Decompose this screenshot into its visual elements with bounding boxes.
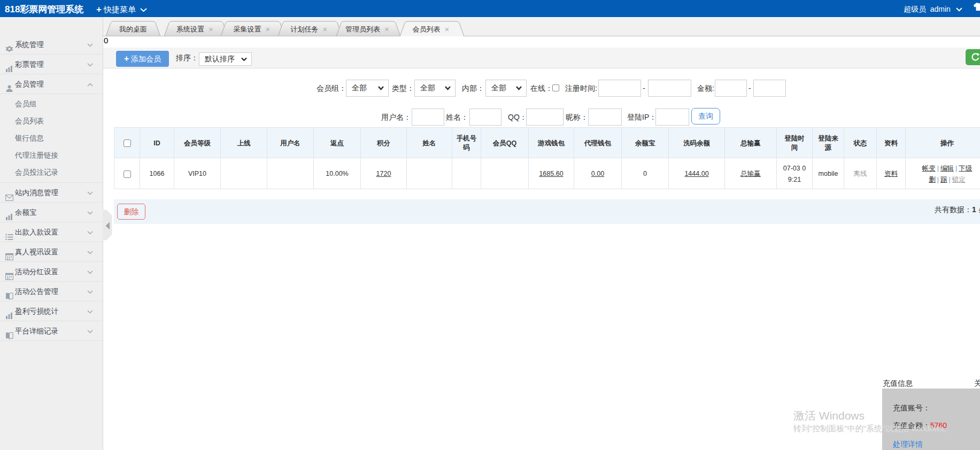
svg-text:我的桌面: 我的桌面 xyxy=(119,25,147,33)
svg-text:系统设置: 系统设置 xyxy=(176,25,204,33)
svg-text:×: × xyxy=(266,25,271,34)
svg-text:×: × xyxy=(209,25,213,34)
svg-text:采集设置: 采集设置 xyxy=(234,25,261,33)
svg-text:计划任务: 计划任务 xyxy=(291,25,319,33)
svg-text:管理员列表: 管理员列表 xyxy=(345,25,380,33)
svg-text:×: × xyxy=(445,25,450,34)
svg-text:×: × xyxy=(323,25,328,34)
svg-text:×: × xyxy=(384,25,389,34)
svg-text:会员列表: 会员列表 xyxy=(413,25,441,33)
